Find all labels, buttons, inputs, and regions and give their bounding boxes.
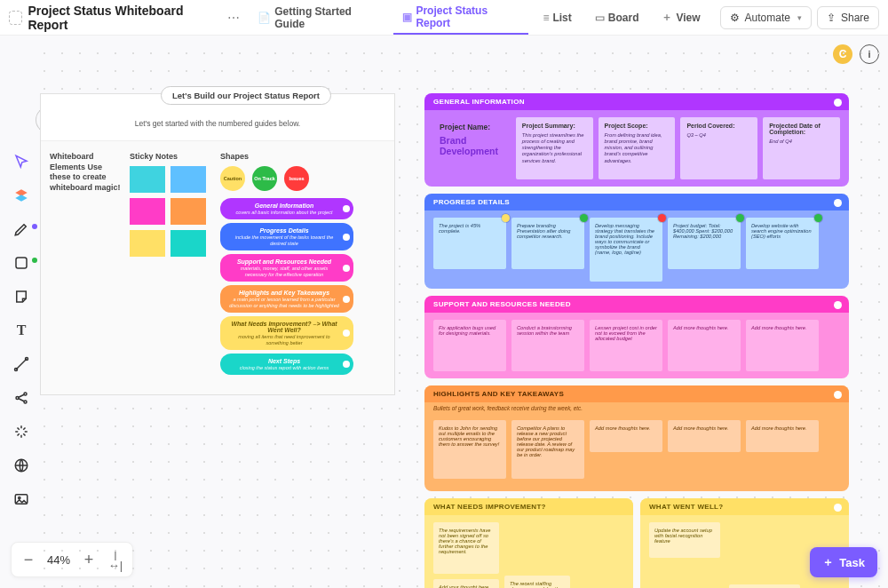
sample-sticky[interactable] <box>130 230 165 257</box>
svg-rect-0 <box>16 258 27 268</box>
share-nodes-tool[interactable] <box>11 387 32 409</box>
legend-support[interactable]: Support and Resources Neededmaterials, m… <box>220 254 353 282</box>
hk-note[interactable]: Competitor A plans to release a new prod… <box>511 420 584 479</box>
add-view-label: View <box>676 12 700 24</box>
sticky-note-tool[interactable] <box>11 286 32 307</box>
sr-note[interactable]: Add more thoughts here. <box>668 320 741 371</box>
list-icon: ≡ <box>543 12 549 24</box>
pd-note[interactable]: Prepare branding Presentation after doin… <box>511 218 584 269</box>
sample-sticky[interactable] <box>170 198 206 225</box>
panel-support[interactable]: SUPPORT AND RESOURCES NEEDED Fix applica… <box>424 296 849 378</box>
handle-icon[interactable] <box>834 199 842 207</box>
pd-note[interactable]: Develop website with search engine optim… <box>746 218 819 269</box>
image-tool[interactable] <box>11 489 32 510</box>
text-tool[interactable]: T <box>11 320 32 341</box>
imp-note[interactable]: The recent staffing changes may delay th… <box>504 576 570 588</box>
whiteboard-icon: ▣ <box>402 11 412 23</box>
new-task-button[interactable]: ＋ Task <box>810 547 877 577</box>
gi-summary[interactable]: Project Summary:This project streamlines… <box>516 117 593 179</box>
whiteboard-canvas[interactable]: Let's Build our Project Status Report Le… <box>36 44 888 588</box>
shape-tool[interactable] <box>11 252 32 274</box>
gi-project-name[interactable]: Project Name: Brand Development <box>433 117 511 179</box>
well-note[interactable]: Update the account setup with facial rec… <box>649 522 720 558</box>
share-button[interactable]: ⇪ Share <box>817 6 879 29</box>
share-icon: ⇪ <box>827 12 836 24</box>
status-ok-icon <box>814 214 822 222</box>
gi-completion[interactable]: Projected Date of Completion:End of Q4 <box>763 117 840 179</box>
panel-highlights[interactable]: HIGHLIGHTS AND KEY TAKEAWAYS Bullets of … <box>424 385 849 491</box>
more-icon[interactable]: ⋯ <box>224 11 243 25</box>
sample-sticky[interactable] <box>130 166 165 193</box>
guide-panel: Let's Build our Project Status Report Le… <box>40 93 395 395</box>
handle-icon[interactable] <box>834 99 842 107</box>
add-view[interactable]: ＋ View <box>653 6 709 28</box>
pen-tool[interactable] <box>11 219 32 240</box>
handle-icon[interactable] <box>834 504 842 512</box>
shape-caution[interactable]: Caution <box>220 166 245 191</box>
web-tool[interactable] <box>11 455 32 476</box>
sr-note[interactable]: Conduct a brainstorming session within t… <box>511 320 584 371</box>
legend-improvement[interactable]: What Needs Improvement? –> What Went Wel… <box>220 316 353 350</box>
panel-improvement[interactable]: WHAT NEEDS IMPROVEMENT? The requirements… <box>424 498 633 588</box>
status-caution-icon <box>502 214 510 222</box>
legend-progress[interactable]: Progress Detailsinclude the movement of … <box>220 223 353 250</box>
sample-sticky[interactable] <box>170 230 206 257</box>
pd-note[interactable]: The project is 45% complete. <box>433 218 506 269</box>
automate-label: Automate <box>745 12 790 24</box>
zoom-out-button[interactable]: − <box>20 552 36 568</box>
guide-col3-head: Shapes <box>220 152 362 161</box>
tab-list[interactable]: ≡ List <box>534 8 580 28</box>
tab-report[interactable]: ▣ Project Status Report <box>393 1 528 35</box>
sample-sticky[interactable] <box>170 166 206 193</box>
plus-icon: ＋ <box>662 10 672 25</box>
svg-point-8 <box>19 497 20 498</box>
cursor-tool[interactable] <box>11 151 32 172</box>
tab-list-label: List <box>552 12 571 24</box>
sr-note[interactable]: Fix application bugs used for designing … <box>433 320 506 371</box>
tab-guide[interactable]: 📄 Getting Started Guide <box>249 2 388 34</box>
handle-icon[interactable] <box>834 301 842 309</box>
pd-note[interactable]: Develop messaging strategy that translat… <box>590 218 662 282</box>
tab-board[interactable]: ▭ Board <box>586 8 648 28</box>
status-ok-icon <box>580 214 588 222</box>
connector-tool[interactable] <box>11 354 32 375</box>
logo-icon <box>9 11 22 25</box>
hk-note[interactable]: Add more thoughts here. <box>668 420 741 452</box>
imp-note[interactable]: The requirements have not been signed of… <box>433 522 499 574</box>
well-note[interactable]: The marketing team is working with leade… <box>729 584 800 588</box>
shape-on-track[interactable]: On Track <box>252 166 277 191</box>
panel-progress[interactable]: PROGRESS DETAILS The project is 45% comp… <box>424 194 849 289</box>
guide-col1-head: Whiteboard Elements Use these to create … <box>50 152 121 194</box>
gi-period[interactable]: Period Covered:Q3 – Q4 <box>680 117 757 179</box>
imp-note[interactable]: Add your thought here <box>433 579 499 588</box>
status-ok-icon <box>736 214 744 222</box>
hk-note[interactable]: Add more thoughts here. <box>746 420 819 452</box>
tab-report-label: Project Status Report <box>416 4 519 29</box>
pd-note[interactable]: Project budget: Total: $400,000 Spent: $… <box>668 218 741 269</box>
handle-icon[interactable] <box>834 391 842 399</box>
sample-sticky[interactable] <box>130 198 165 225</box>
tab-guide-label: Getting Started Guide <box>274 5 379 30</box>
document-title[interactable]: Project Status Whiteboard Report <box>28 4 218 32</box>
automate-button[interactable]: ⚙ Automate ▾ <box>720 6 812 29</box>
sr-note[interactable]: Lessen project cost in order not to exce… <box>590 320 662 371</box>
chevron-down-icon: ▾ <box>797 13 802 22</box>
gi-name-value: Brand Development <box>440 135 504 156</box>
legend-next-steps[interactable]: Next Stepsclosing the status report with… <box>220 354 353 375</box>
shape-issues[interactable]: Issues <box>284 166 309 191</box>
well-header: WHAT WENT WELL? <box>640 498 849 515</box>
hk-note[interactable]: Add more thoughts here. <box>590 420 662 452</box>
ai-tool[interactable] <box>11 421 32 442</box>
guide-col2-head: Sticky Notes <box>130 152 211 161</box>
gi-scope[interactable]: Project Scope:From defining brand idea, … <box>599 117 676 179</box>
legend-general-info[interactable]: General Informationcovers all basic info… <box>220 198 353 219</box>
hk-header: HIGHLIGHTS AND KEY TAKEAWAYS <box>424 385 849 402</box>
imp-header: WHAT NEEDS IMPROVEMENT? <box>424 498 633 515</box>
gi-name-label: Project Name: <box>440 123 504 131</box>
legend-highlights[interactable]: Highlights and Key Takeawaysa main point… <box>220 285 353 313</box>
panel-general-info[interactable]: GENERAL INFORMATION Project Name: Brand … <box>424 93 849 187</box>
svg-point-4 <box>24 393 27 395</box>
hk-note[interactable]: Kudos to John for sending out multiple e… <box>433 420 506 479</box>
sr-note[interactable]: Add more thoughts here. <box>746 320 819 371</box>
layers-tool[interactable] <box>11 185 32 206</box>
